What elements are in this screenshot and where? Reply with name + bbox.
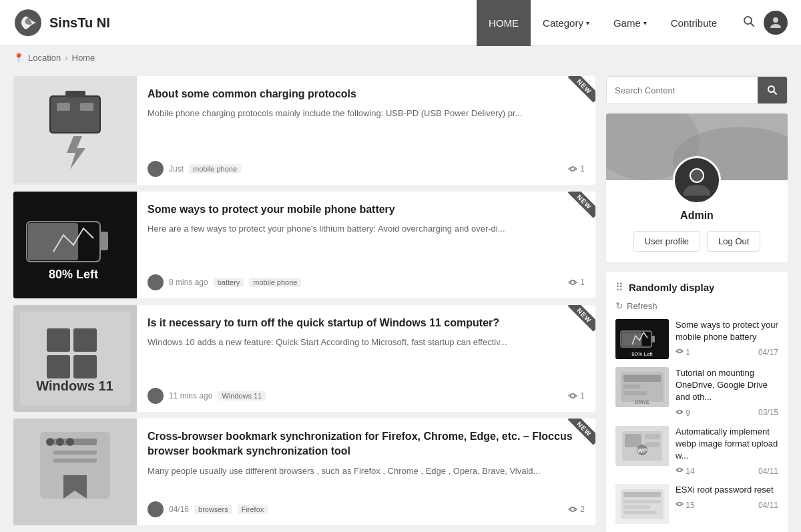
- breadcrumb-home[interactable]: Home: [72, 53, 95, 63]
- article-card[interactable]: Cross-browser bookmark synchronization f…: [13, 419, 595, 525]
- profile-name: Admin: [617, 210, 777, 222]
- logout-button[interactable]: Log Out: [707, 231, 760, 252]
- article-card[interactable]: 80% Left Some ways to protect your mobil…: [13, 192, 595, 298]
- article-body: Some ways to protect your mobile phone b…: [137, 192, 595, 298]
- avatar-icon: [680, 164, 714, 197]
- post-time: 8 mins ago: [169, 278, 208, 287]
- author-avatar: [148, 501, 164, 517]
- nav-contribute[interactable]: Contribute: [659, 0, 729, 46]
- svg-line-36: [774, 91, 777, 95]
- article-excerpt: Mobile phone charging protocols mainly i…: [148, 107, 585, 120]
- site-title: SinsTu NI: [49, 15, 110, 31]
- random-item-meta: 1 04/17: [676, 347, 778, 357]
- random-item-info: Some ways to protect your mobile phone b…: [676, 319, 778, 359]
- svg-rect-58: [645, 434, 659, 439]
- article-card[interactable]: Windows 11 Is it necessary to turn off t…: [13, 305, 595, 412]
- eye-icon: [676, 500, 684, 508]
- random-thumbnail: 80% Left: [615, 319, 669, 359]
- article-tag[interactable]: Windows 11: [218, 391, 266, 401]
- nav-category[interactable]: Category ▾: [531, 0, 601, 46]
- new-badge: [567, 192, 595, 220]
- article-tag[interactable]: mobile phone: [249, 278, 301, 287]
- random-item[interactable]: DRIVE Tutorial on mounting OneDrive, Goo…: [615, 367, 778, 418]
- eye-icon: [568, 164, 577, 174]
- article-thumbnail: 80% Left: [13, 192, 137, 298]
- breadcrumb-location[interactable]: Location: [28, 53, 61, 63]
- random-item-info: Automatically implement webp image forma…: [676, 426, 778, 477]
- view-count: 2: [568, 505, 585, 514]
- profile-banner: [606, 113, 788, 180]
- breadcrumb: 📍 Location › Home: [0, 46, 801, 69]
- author-name: Just: [169, 164, 184, 174]
- random-views: 1: [676, 347, 690, 357]
- article-tag[interactable]: battery: [214, 278, 244, 287]
- search-button[interactable]: [742, 15, 756, 31]
- svg-rect-6: [65, 91, 85, 97]
- avatar-icon: [768, 15, 784, 31]
- sidebar: Admin User profile Log Out ⠿ Randomly di…: [606, 76, 788, 532]
- author-avatar: [148, 161, 164, 177]
- svg-text:80% Left: 80% Left: [49, 268, 98, 281]
- article-meta: 11 mins ago Windows 11 1: [148, 388, 585, 404]
- article-tag[interactable]: Firefox: [238, 505, 268, 514]
- eye-icon: [676, 466, 684, 474]
- svg-rect-44: [651, 336, 655, 342]
- random-thumbnail: [615, 484, 669, 524]
- random-item[interactable]: 80% Left Some ways to protect your mobil…: [615, 319, 778, 359]
- article-meta: 8 mins ago battery mobile phone 1: [148, 274, 585, 290]
- eye-icon: [568, 391, 577, 401]
- svg-text:80% Left: 80% Left: [631, 351, 653, 357]
- header: SinsTu NI HOME Category ▾ Game ▾ Contrib…: [0, 0, 801, 46]
- thumb-battery-icon: 80% Left: [615, 319, 669, 359]
- battery-image: 80% Left: [13, 192, 137, 298]
- search-bar: [606, 76, 788, 104]
- article-title: About some common charging protocols: [148, 87, 585, 101]
- header-icons: [742, 11, 788, 35]
- post-time: 11 mins ago: [169, 391, 212, 401]
- new-badge: [567, 419, 595, 447]
- svg-rect-19: [47, 328, 70, 352]
- random-item[interactable]: ESXi root password reset 15 04/11: [615, 484, 778, 524]
- random-date: 04/11: [758, 501, 778, 510]
- author-avatar: [148, 388, 164, 404]
- svg-rect-67: [623, 505, 650, 509]
- random-views: 15: [676, 500, 695, 510]
- svg-rect-51: [623, 384, 640, 388]
- random-item-title: Some ways to protect your mobile phone b…: [676, 319, 778, 343]
- svg-rect-13: [100, 232, 108, 250]
- article-tag[interactable]: mobile phone: [189, 164, 241, 174]
- article-card[interactable]: About some common charging protocols Mob…: [13, 76, 595, 185]
- svg-rect-59: [645, 442, 659, 447]
- article-tag[interactable]: browsers: [194, 505, 232, 514]
- search-submit-button[interactable]: [758, 77, 787, 103]
- svg-rect-50: [623, 375, 661, 382]
- user-profile-button[interactable]: User profile: [633, 231, 700, 252]
- article-thumbnail: Windows 11: [13, 305, 137, 412]
- svg-text:DRIVE: DRIVE: [635, 400, 649, 405]
- eye-icon: [568, 505, 577, 514]
- svg-point-32: [56, 438, 64, 446]
- svg-rect-57: [625, 434, 641, 447]
- refresh-button[interactable]: ↻ Refresh: [615, 300, 778, 311]
- user-avatar[interactable]: [764, 11, 788, 35]
- random-views: 9: [676, 408, 690, 418]
- svg-text:WP: WP: [637, 447, 647, 454]
- eye-icon: [676, 408, 684, 416]
- random-thumbnail: DRIVE: [615, 367, 669, 407]
- charging-image: [13, 76, 137, 183]
- post-time: 04/16: [169, 505, 189, 514]
- article-list: About some common charging protocols Mob…: [13, 76, 595, 532]
- svg-rect-29: [53, 459, 97, 463]
- article-meta: Just mobile phone 1: [148, 161, 585, 177]
- thumb-wordpress-icon: WP: [615, 426, 669, 466]
- refresh-icon: ↻: [615, 300, 623, 311]
- search-input[interactable]: [607, 79, 758, 102]
- random-item-title: Automatically implement webp image forma…: [676, 426, 778, 463]
- random-item-meta: 15 04/11: [676, 500, 778, 510]
- random-item-title: ESXi root password reset: [676, 484, 778, 496]
- random-date: 03/15: [758, 408, 778, 417]
- nav-home[interactable]: HOME: [477, 0, 531, 46]
- random-item[interactable]: WP Automatically implement webp image fo…: [615, 426, 778, 477]
- article-body: Cross-browser bookmark synchronization f…: [137, 419, 595, 525]
- nav-game[interactable]: Game ▾: [601, 0, 659, 46]
